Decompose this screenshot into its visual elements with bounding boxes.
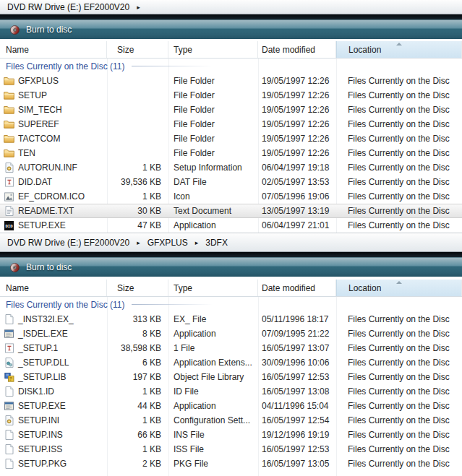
file-type-cell: Application (168, 399, 258, 413)
file-type-cell: Setup Information (168, 160, 258, 175)
file-name-cell: TACTCOM (0, 131, 107, 146)
column-header-location[interactable]: Location (336, 280, 462, 296)
column-header-name[interactable]: Name (0, 280, 107, 296)
file-type-text: File Folder (174, 148, 215, 158)
file-type-text: File Folder (174, 119, 215, 129)
column-header-location[interactable]: Location (336, 41, 462, 58)
file-row[interactable]: _SETUP.138,598 KB1 File16/05/1997 13:07F… (0, 341, 462, 355)
file-row[interactable]: GFXPLUSFile Folder19/05/1997 12:26Files … (0, 74, 462, 88)
file-size-text: 1 KB (142, 415, 161, 425)
file-row[interactable]: _SETUP.LIB197 KBObject File Library16/05… (0, 370, 462, 384)
file-location-cell: Files Currently on the Disc (336, 456, 462, 471)
column-header-size[interactable]: Size (107, 280, 168, 296)
file-date-modified-text: 19/05/1997 12:26 (262, 90, 329, 100)
file-row[interactable]: AUTORUN.INF1 KBSetup Information06/04/19… (0, 160, 462, 175)
file-row[interactable]: EF_CDROM.ICO1 KBIcon07/05/1996 19:06File… (0, 189, 462, 204)
file-name-cell: _INST32I.EX_ (0, 312, 107, 326)
burn-disc-icon (9, 262, 20, 272)
file-type-text: File Folder (174, 90, 215, 100)
file-date-modified-cell: 30/09/1996 10:06 (258, 355, 336, 370)
breadcrumb-separator-icon[interactable]: ▸ (132, 239, 145, 246)
file-row[interactable]: _SETUP.DLL6 KBApplication Extens...30/09… (0, 355, 462, 370)
file-type-cell: ISS File (168, 442, 258, 456)
file-size-text: 39,536 KB (121, 177, 161, 187)
file-size-text: 47 KB (137, 220, 161, 230)
file-row[interactable]: _INST32I.EX_313 KBEX_ File05/11/1996 18:… (0, 312, 462, 326)
file-date-modified-cell: 19/05/1997 12:26 (258, 74, 336, 88)
breadcrumb-item[interactable]: DVD RW Drive (E:) EF2000V20 (4, 2, 132, 12)
file-size-cell: 44 KB (107, 399, 168, 413)
file-size-cell (107, 117, 168, 131)
column-header-row: NameSizeTypeDate modifiedLocation (0, 41, 462, 59)
file-row[interactable]: SETUP.ISS1 KBISS File16/05/1997 12:53Fil… (0, 442, 462, 456)
column-header-label: Size (117, 283, 134, 293)
breadcrumb-separator-icon[interactable]: ▸ (191, 239, 203, 246)
breadcrumb-item[interactable]: 3DFX (202, 238, 231, 248)
burn-to-disc-button[interactable]: Burn to disc (8, 23, 77, 36)
file-name-cell: _SETUP.DLL (0, 355, 107, 370)
file-row[interactable]: TENFile Folder19/05/1997 12:26Files Curr… (0, 146, 462, 160)
svg-text:DID: DID (5, 223, 13, 228)
column-header-date-modified[interactable]: Date modified (258, 41, 336, 58)
file-row[interactable]: SETUP.INI1 KBConfiguration Sett...16/05/… (0, 413, 462, 428)
file-row[interactable]: DISK1.ID1 KBID File16/05/1997 13:08Files… (0, 384, 462, 399)
file-type-text: EX_ File (174, 314, 206, 324)
file-name-cell: GFXPLUS (0, 74, 107, 88)
burn-to-disc-button[interactable]: Burn to disc (8, 261, 77, 274)
command-toolbar: Burn to disc (0, 258, 462, 277)
file-size-cell: 8 KB (107, 326, 168, 341)
files-group-header[interactable]: Files Currently on the Disc (11) (0, 59, 462, 74)
file-row[interactable]: TACTCOMFile Folder19/05/1997 12:26Files … (0, 131, 462, 146)
file-row[interactable]: _ISDEL.EXE8 KBApplication07/09/1995 21:2… (0, 326, 462, 341)
column-header-size[interactable]: Size (107, 41, 168, 58)
file-row[interactable]: DID.DAT39,536 KBDAT File02/05/1997 13:53… (0, 175, 462, 189)
file-location-cell: Files Currently on the Disc (336, 341, 462, 355)
file-date-modified-text: 19/05/1997 12:26 (262, 148, 329, 158)
file-size-cell: 313 KB (107, 312, 168, 326)
sort-ascending-icon (396, 281, 402, 284)
file-name-cell: SETUP.INI (0, 413, 107, 428)
file-row[interactable]: SETUP.EXE44 KBApplication04/11/1996 15:0… (0, 399, 462, 413)
file-row[interactable]: SETUP.PKG2 KBPKG File16/05/1997 13:05Fil… (0, 456, 462, 471)
file-row[interactable]: SIM_TECHFile Folder19/05/1997 12:26Files… (0, 103, 462, 117)
file-name-text: TEN (18, 148, 35, 158)
file-size-cell: 6 KB (107, 355, 168, 370)
dat-file-icon (4, 177, 14, 187)
file-size-cell (107, 74, 168, 88)
file-type-cell: Application (168, 326, 258, 341)
file-location-cell: Files Currently on the Disc (336, 399, 462, 413)
window-divider (0, 14, 462, 20)
file-row[interactable]: SUPEREFFile Folder19/05/1997 12:26Files … (0, 117, 462, 131)
file-name-cell: _SETUP.LIB (0, 370, 107, 384)
file-row[interactable]: SETUP.INS66 KBINS File19/12/1996 19:19Fi… (0, 428, 462, 442)
file-size-cell: 1 KB (107, 189, 168, 204)
breadcrumb-separator-icon[interactable]: ▸ (132, 4, 145, 11)
file-location-text: Files Currently on the Disc (348, 459, 450, 469)
breadcrumb-item[interactable]: DVD RW Drive (E:) EF2000V20 (4, 238, 132, 248)
file-date-modified-cell: 07/09/1995 21:22 (258, 326, 336, 341)
file-size-text: 38,598 KB (121, 343, 161, 353)
breadcrumb: DVD RW Drive (E:) EF2000V20▸GFXPLUS▸3DFX (0, 233, 462, 252)
file-size-cell: 47 KB (107, 218, 168, 233)
column-header-type[interactable]: Type (168, 41, 258, 58)
burn-to-disc-label: Burn to disc (26, 262, 72, 272)
file-location-cell: Files Currently on the Disc (336, 146, 462, 160)
file-name-cell: _ISDEL.EXE (0, 326, 107, 341)
file-type-text: Configuration Sett... (174, 415, 250, 425)
files-group-header[interactable]: Files Currently on the Disc (11) (0, 297, 462, 312)
file-size-text: 8 KB (142, 329, 161, 339)
column-header-name[interactable]: Name (0, 41, 107, 58)
file-row[interactable]: DIDSETUP.EXE47 KBApplication06/04/1997 2… (0, 218, 462, 233)
file-location-text: Files Currently on the Disc (348, 401, 450, 411)
column-header-date-modified[interactable]: Date modified (258, 280, 336, 296)
file-row[interactable]: SETUPFile Folder19/05/1997 12:26Files Cu… (0, 88, 462, 103)
file-location-text: Files Currently on the Disc (348, 358, 450, 368)
breadcrumb-item[interactable]: GFXPLUS (145, 238, 191, 248)
file-row[interactable]: README.TXT30 KBText Document13/05/1997 1… (0, 204, 462, 218)
file-type-cell: File Folder (168, 131, 258, 146)
text-document-icon (4, 206, 14, 216)
file-list: Files Currently on the Disc (11) _INST32… (0, 297, 462, 476)
file-type-text: Text Document (174, 206, 231, 216)
column-header-type[interactable]: Type (168, 280, 258, 296)
file-location-text: Files Currently on the Disc (348, 314, 450, 324)
